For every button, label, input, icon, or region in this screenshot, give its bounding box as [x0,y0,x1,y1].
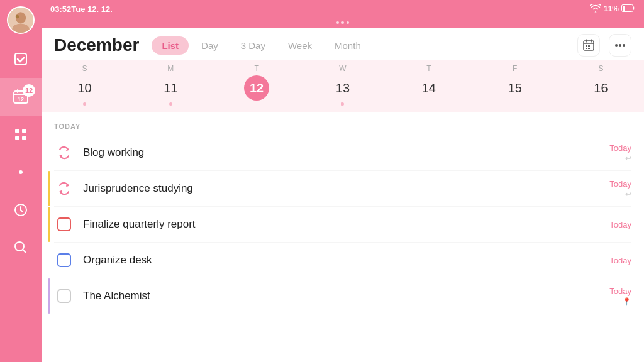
task-date-report: Today [609,220,631,229]
apps-icon [13,127,28,142]
task-icon-checkbox-red [54,214,74,234]
task-item-alchemist[interactable]: The Alchemist Today 📍 [54,278,631,314]
week-day-tue-12[interactable]: T 12 [231,64,282,106]
avatar[interactable] [7,6,35,34]
svg-point-21 [619,44,621,47]
svg-rect-7 [15,129,19,133]
top-dots [42,18,644,28]
tab-month[interactable]: Month [325,36,371,55]
task-right-desk: Today [609,256,631,265]
task-date-blog: Today [609,143,631,153]
tab-week[interactable]: Week [278,36,322,55]
tab-3day[interactable]: 3 Day [231,36,275,55]
sidebar-item-search[interactable] [0,229,42,266]
header-actions [577,34,631,57]
svg-rect-18 [586,48,587,49]
task-icon-checkbox-blue [54,250,74,270]
sidebar-item-calendar[interactable]: 12 12 [0,78,42,116]
wifi-icon [590,4,601,14]
week-strip: S 10 M 11 T 12 W 13 T 14 F 15 [42,60,644,112]
battery-icon [621,4,635,14]
task-icon-repeat-2 [54,178,74,199]
task-date-desk: Today [609,256,631,265]
sidebar: 12 12 [0,0,42,362]
checkbox-blue-icon [57,253,71,267]
task-sub-icon-blog: ↩ [625,154,631,163]
month-title: December [54,35,139,55]
sidebar-item-dot[interactable] [0,153,42,191]
task-icon-checkbox-gray [54,286,74,306]
dot-icon [19,170,23,174]
main-content: 03:52 Tue 12. 12. 11% [42,0,644,362]
task-sub-icon-juris: ↩ [625,190,631,199]
svg-point-3 [16,15,19,18]
svg-rect-10 [22,136,26,140]
task-icon-repeat [54,143,74,163]
task-list: TODAY Blog working Today ↩ [42,112,644,362]
svg-rect-9 [15,136,19,140]
checkbox-gray-icon [57,289,71,303]
week-day-mon-11[interactable]: M 11 [145,64,196,106]
task-right-juris: Today ↩ [609,179,631,199]
task-item-juris[interactable]: Jurisprudence studying Today ↩ [54,171,631,207]
task-title-alchemist: The Alchemist [83,290,609,302]
view-tabs: List Day 3 Day Week Month [152,36,577,55]
status-time: 03:52 [50,4,71,14]
task-date-alchemist: Today [609,287,631,296]
task-sub-icon-alchemist: 📍 [622,297,631,306]
status-bar: 03:52 Tue 12. 12. 11% [42,0,644,18]
checkbox-red-icon [57,217,71,231]
svg-point-22 [623,44,625,47]
task-right-alchemist: Today 📍 [609,287,631,306]
task-title-blog: Blog working [83,146,609,159]
status-date: Tue 12. 12. [71,4,113,14]
calendar-badge: 12 [23,84,35,97]
svg-rect-19 [588,48,590,49]
sidebar-item-clock[interactable] [0,191,42,229]
svg-text:12: 12 [18,96,24,102]
task-title-report: Finalize quarterly report [83,218,609,231]
sidebar-item-apps[interactable] [0,116,42,153]
tab-day[interactable]: Day [191,36,228,55]
task-right-report: Today [609,220,631,229]
svg-rect-17 [588,45,590,47]
check-icon [13,52,28,67]
week-day-thu-14[interactable]: T 14 [404,64,454,106]
task-item-blog[interactable]: Blog working Today ↩ [54,135,631,171]
app-header: December List Day 3 Day Week Month [42,28,644,60]
accent-yellow [48,171,50,206]
svg-point-20 [615,44,618,47]
task-right-blog: Today ↩ [609,143,631,163]
section-today-label: TODAY [54,112,631,135]
week-day-wed-13[interactable]: W 13 [318,64,368,106]
week-day-fri-15[interactable]: F 15 [490,64,540,106]
battery-percent: 11% [604,4,619,13]
accent-yellow-2 [48,207,50,242]
task-item-desk[interactable]: Organize desk Today [54,243,631,278]
search-icon [13,240,28,255]
svg-rect-16 [586,45,587,47]
task-title-desk: Organize desk [83,254,609,266]
task-date-juris: Today [609,179,631,189]
week-day-sun-10[interactable]: S 10 [59,64,109,106]
task-item-report[interactable]: Finalize quarterly report Today [54,207,631,243]
accent-purple [48,278,50,314]
week-day-sat-16[interactable]: S 16 [575,64,626,106]
sidebar-item-check[interactable] [0,40,42,78]
svg-rect-4 [15,53,26,65]
clock-icon [13,202,28,217]
more-button[interactable] [609,34,631,57]
tab-list[interactable]: List [152,36,189,55]
calendar-view-button[interactable] [577,34,600,57]
svg-rect-14 [623,6,625,11]
svg-rect-8 [22,129,26,133]
task-title-juris: Jurisprudence studying [83,182,609,195]
